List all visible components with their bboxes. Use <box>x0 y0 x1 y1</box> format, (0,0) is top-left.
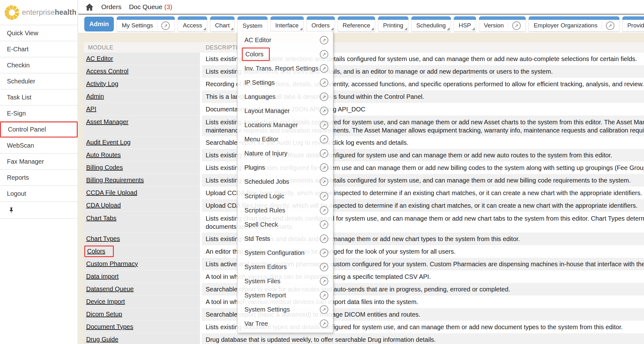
sidebar-item[interactable]: Scheduler <box>0 73 78 89</box>
tab-scheduling[interactable]: Scheduling <box>411 16 451 31</box>
breadcrumb-orders[interactable]: Orders <box>101 3 121 11</box>
open-in-new-icon[interactable] <box>320 234 328 243</box>
tab-printing[interactable]: Printing <box>378 16 408 31</box>
tab-employer-organizations[interactable]: Employer Organizations <box>529 16 619 31</box>
module-link[interactable]: Dicom Setup <box>86 311 122 318</box>
system-menu-item-label: System Settings <box>244 306 290 313</box>
open-in-new-icon[interactable] <box>320 291 328 300</box>
system-menu-item[interactable]: Spell Check <box>237 217 333 232</box>
open-in-new-icon[interactable] <box>320 107 328 115</box>
open-in-new-icon[interactable] <box>320 149 328 158</box>
sidebar-item[interactable]: Control Panel <box>0 121 78 138</box>
open-in-new-icon[interactable] <box>320 192 328 200</box>
sidebar-item[interactable]: WebScan <box>0 138 78 154</box>
module-link[interactable]: Chart Tabs <box>86 215 116 222</box>
system-menu-item[interactable]: Nature of Injury <box>237 146 333 161</box>
system-menu-item[interactable]: Scheduled Jobs <box>237 175 333 189</box>
tab-system[interactable]: System AC Editor Colors Inv. Trans. Repo… <box>237 16 267 31</box>
breadcrumb-doc-queue[interactable]: Doc Queue(3) <box>129 3 172 11</box>
module-link[interactable]: Device Import <box>86 298 125 305</box>
tab-version[interactable]: Version <box>479 16 526 31</box>
open-in-new-icon[interactable] <box>320 263 328 271</box>
sidebar-item[interactable]: Checkin <box>0 57 78 73</box>
open-in-new-icon[interactable] <box>512 21 521 30</box>
tab-orders[interactable]: Orders <box>307 16 335 31</box>
module-link[interactable]: Custom Pharmacy <box>86 260 138 268</box>
system-menu-item[interactable]: Languages <box>237 90 333 104</box>
open-in-new-icon[interactable] <box>320 319 328 328</box>
home-icon[interactable] <box>85 3 94 11</box>
system-menu-item[interactable]: Colors <box>237 47 333 61</box>
open-in-new-icon[interactable] <box>320 305 328 314</box>
system-menu-item[interactable]: Locations Manager <box>237 118 333 132</box>
tab-admin[interactable]: Admin <box>84 17 114 31</box>
system-menu-item[interactable]: IP Settings <box>237 76 333 90</box>
module-link[interactable]: API <box>86 105 96 113</box>
module-link[interactable]: Billing Requirements <box>86 177 144 184</box>
module-link[interactable]: Datasend Queue <box>86 285 134 293</box>
system-menu-item[interactable]: System Report <box>237 288 333 302</box>
module-link[interactable]: Activity Log <box>86 80 118 87</box>
system-menu-item[interactable]: AC Editor <box>237 33 333 47</box>
open-in-new-icon[interactable] <box>161 21 170 30</box>
system-menu-item[interactable]: System Configuration <box>237 246 333 260</box>
sidebar-item[interactable]: Fax Manager <box>0 154 78 170</box>
sidebar-item[interactable]: E-Chart <box>0 41 78 57</box>
app-screen: enterprisehealth Quick View E-Chart Chec… <box>0 0 644 344</box>
system-menu-item[interactable]: Menu Editor <box>237 132 333 146</box>
open-in-new-icon[interactable] <box>320 50 328 59</box>
module-cell: Audit Event Log <box>84 136 200 149</box>
open-in-new-icon[interactable] <box>320 249 328 257</box>
system-menu-item[interactable]: Layout Manager <box>237 104 333 118</box>
sidebar-item[interactable]: Logout <box>0 186 78 202</box>
module-link[interactable]: Colors <box>84 245 114 257</box>
tab-chart[interactable]: Chart <box>210 16 235 31</box>
sidebar-pin-row[interactable] <box>0 202 78 219</box>
system-menu-item[interactable]: Plugins <box>237 161 333 175</box>
open-in-new-icon[interactable] <box>320 206 328 215</box>
sidebar-item[interactable]: E-Sign <box>0 105 78 121</box>
tab-access[interactable]: Access <box>178 16 207 31</box>
module-link[interactable]: Admin <box>86 93 104 100</box>
system-menu-item[interactable]: Scripted Logic <box>237 189 333 203</box>
tab-provider-management[interactable]: Provider Management <box>622 16 644 31</box>
module-link[interactable]: Chart Types <box>86 235 120 242</box>
tab-my-settings[interactable]: My Settings <box>117 16 175 31</box>
open-in-new-icon[interactable] <box>320 93 328 101</box>
system-menu-item[interactable]: Std Tests <box>237 232 333 246</box>
open-in-new-icon[interactable] <box>320 178 328 186</box>
system-menu-item[interactable]: Scripted Rules <box>237 203 333 217</box>
open-in-new-icon[interactable] <box>320 78 328 87</box>
tab-reference[interactable]: Reference <box>338 16 375 31</box>
open-in-new-icon[interactable] <box>320 277 328 285</box>
module-link[interactable]: AC Editor <box>86 55 113 62</box>
module-link[interactable]: CCDA File Upload <box>86 189 137 196</box>
module-link[interactable]: CDA Upload <box>86 202 121 209</box>
system-menu-item[interactable]: System Settings <box>237 302 333 317</box>
module-link[interactable]: Audit Event Log <box>86 139 130 146</box>
open-in-new-icon[interactable] <box>320 220 328 229</box>
open-in-new-icon[interactable] <box>320 36 328 44</box>
tab-hsp[interactable]: HSP <box>454 16 476 31</box>
tab-interface[interactable]: Interface <box>270 16 304 31</box>
modules-table: MODULE DESCRIPTION AC Editor Lists exist… <box>84 42 644 344</box>
open-in-new-icon[interactable] <box>320 64 328 73</box>
system-menu-item[interactable]: System Editors <box>237 260 333 274</box>
sidebar-item[interactable]: Quick View <box>0 25 78 41</box>
module-link[interactable]: Data import <box>86 273 119 280</box>
system-menu-item[interactable]: Inv. Trans. Report Settings <box>237 61 333 76</box>
open-in-new-icon[interactable] <box>320 163 328 172</box>
module-link[interactable]: Auto Routes <box>86 151 121 159</box>
module-link[interactable]: Access Control <box>86 68 129 75</box>
module-link[interactable]: Billing Codes <box>86 164 123 171</box>
module-link[interactable]: Drug Guide <box>86 336 118 343</box>
system-menu-item[interactable]: System Files <box>237 274 333 288</box>
open-in-new-icon[interactable] <box>320 135 328 144</box>
open-in-new-icon[interactable] <box>606 21 614 30</box>
open-in-new-icon[interactable] <box>320 121 328 129</box>
sidebar-item[interactable]: Reports <box>0 170 78 186</box>
module-link[interactable]: Document Types <box>86 323 133 330</box>
sidebar-item[interactable]: Task List <box>0 89 78 105</box>
system-menu-item[interactable]: Var Tree <box>237 317 333 331</box>
module-link[interactable]: Asset Manager <box>86 118 129 126</box>
